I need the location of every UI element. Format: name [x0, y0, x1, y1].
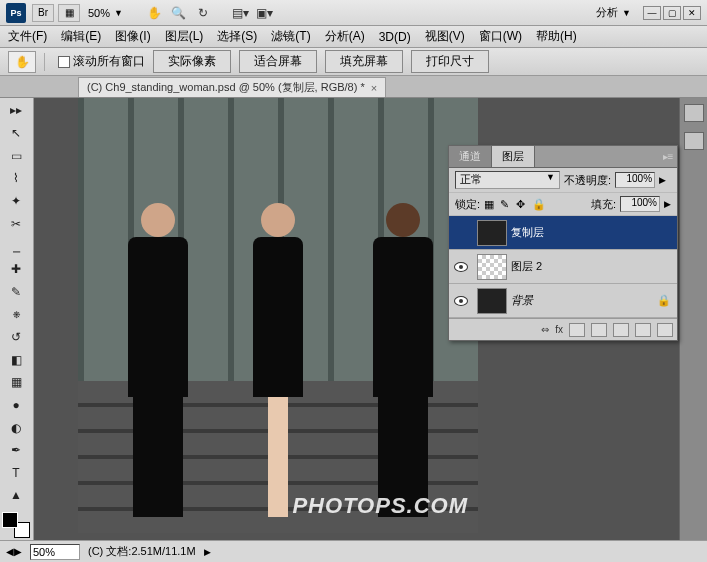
status-arrows[interactable]: ◀▶ [6, 546, 22, 557]
stamp-tool[interactable]: ⎈ [2, 304, 30, 325]
layer-thumbnail[interactable] [477, 254, 507, 280]
brush-tool[interactable]: ✎ [2, 281, 30, 302]
titlebar: Ps Br ▦ 50%▼ ✋ 🔍 ↻ ▤▾ ▣▾ 分析▼ — ▢ ✕ [0, 0, 707, 26]
fg-color-swatch[interactable] [2, 512, 18, 528]
doc-info-dropdown-icon[interactable]: ▶ [204, 547, 211, 557]
print-size-button[interactable]: 打印尺寸 [411, 50, 489, 73]
menu-edit[interactable]: 编辑(E) [61, 28, 101, 45]
menu-3d[interactable]: 3D(D) [379, 30, 411, 44]
eye-icon [454, 296, 468, 306]
type-tool[interactable]: T [2, 463, 30, 484]
dock-histogram-icon[interactable] [684, 104, 704, 122]
arrange-docs-icon[interactable]: ▤▾ [232, 4, 250, 22]
layer-row[interactable]: 复制层 [449, 216, 677, 250]
hand-tool-icon[interactable]: ✋ [146, 4, 164, 22]
menu-layer[interactable]: 图层(L) [165, 28, 204, 45]
close-button[interactable]: ✕ [683, 6, 701, 20]
workspace-switcher[interactable]: 分析 [592, 5, 622, 20]
panel-menu-icon[interactable]: ▸≡ [659, 146, 677, 167]
blend-mode-select[interactable]: 正常 ▼ [455, 171, 560, 189]
document-tab-title: (C) Ch9_standing_woman.psd @ 50% (复制层, R… [87, 80, 365, 95]
right-dock [679, 98, 707, 540]
layer-name[interactable]: 背景 [511, 293, 533, 308]
add-mask-icon[interactable] [569, 323, 585, 337]
menubar: 文件(F) 编辑(E) 图像(I) 图层(L) 选择(S) 滤镜(T) 分析(A… [0, 26, 707, 48]
fill-screen-button[interactable]: 填充屏幕 [325, 50, 403, 73]
layer-name[interactable]: 图层 2 [511, 259, 542, 274]
dodge-tool[interactable]: ◐ [2, 417, 30, 438]
layer-name[interactable]: 复制层 [511, 225, 544, 240]
link-layers-icon[interactable]: ⇔ [541, 324, 549, 335]
document-tab[interactable]: (C) Ch9_standing_woman.psd @ 50% (复制层, R… [78, 77, 386, 97]
move-tool[interactable]: ↖ [2, 123, 30, 144]
lock-transparency-icon[interactable]: ▦ [484, 198, 496, 210]
layer-row[interactable]: 背景 🔒 [449, 284, 677, 318]
blur-tool[interactable]: ● [2, 395, 30, 416]
visibility-toggle[interactable] [449, 296, 473, 306]
visibility-toggle[interactable] [449, 262, 473, 272]
pen-tool[interactable]: ✒ [2, 440, 30, 461]
eraser-tool[interactable]: ◧ [2, 349, 30, 370]
dock-image-icon[interactable] [684, 132, 704, 150]
eyedropper-tool[interactable]: ⎯ [2, 236, 30, 257]
tab-channels[interactable]: 通道 [449, 146, 492, 167]
zoom-input[interactable] [30, 544, 80, 560]
minimize-button[interactable]: — [643, 6, 661, 20]
menu-window[interactable]: 窗口(W) [479, 28, 522, 45]
path-select-tool[interactable]: ▲ [2, 485, 30, 506]
layers-panel[interactable]: 通道 图层 ▸≡ 正常 ▼ 不透明度: 100% ▶ 锁定: ▦ ✎ ✥ 🔒 填… [448, 145, 678, 341]
actual-pixels-button[interactable]: 实际像素 [153, 50, 231, 73]
adjustment-layer-icon[interactable] [591, 323, 607, 337]
crop-tool[interactable]: ✂ [2, 213, 30, 234]
screen-mode-icon[interactable]: ▣▾ [256, 4, 274, 22]
doc-info[interactable]: (C) 文档:2.51M/11.1M [88, 544, 196, 559]
gradient-tool[interactable]: ▦ [2, 372, 30, 393]
maximize-button[interactable]: ▢ [663, 6, 681, 20]
menu-view[interactable]: 视图(V) [425, 28, 465, 45]
opacity-label: 不透明度: [564, 173, 611, 188]
document-canvas[interactable]: PHOTOPS.COM [78, 98, 478, 533]
zoom-dropdown-icon[interactable]: ▼ [114, 8, 123, 18]
current-tool-icon[interactable]: ✋ [8, 51, 36, 73]
app-icon[interactable]: Ps [6, 3, 26, 23]
menu-file[interactable]: 文件(F) [8, 28, 47, 45]
delete-layer-icon[interactable] [657, 323, 673, 337]
watermark: PHOTOPS.COM [292, 493, 468, 519]
scroll-all-checkbox[interactable]: 滚动所有窗口 [58, 53, 145, 70]
zoom-display[interactable]: 50% [88, 7, 110, 19]
lock-pixels-icon[interactable]: ✎ [500, 198, 512, 210]
magic-wand-tool[interactable]: ✦ [2, 191, 30, 212]
lasso-tool[interactable]: ⌇ [2, 168, 30, 189]
history-brush-tool[interactable]: ↺ [2, 327, 30, 348]
fx-icon[interactable]: fx [555, 324, 563, 335]
lock-position-icon[interactable]: ✥ [516, 198, 528, 210]
menu-filter[interactable]: 滤镜(T) [271, 28, 310, 45]
new-layer-icon[interactable] [635, 323, 651, 337]
close-tab-icon[interactable]: × [371, 82, 377, 94]
menu-select[interactable]: 选择(S) [217, 28, 257, 45]
opacity-slider-icon[interactable]: ▶ [659, 175, 666, 185]
new-group-icon[interactable] [613, 323, 629, 337]
menu-help[interactable]: 帮助(H) [536, 28, 577, 45]
workspace-dropdown-icon[interactable]: ▼ [622, 8, 631, 18]
healing-brush-tool[interactable]: ✚ [2, 259, 30, 280]
bridge-button[interactable]: Br [32, 4, 54, 22]
opacity-input[interactable]: 100% [615, 172, 655, 188]
layer-row[interactable]: 图层 2 [449, 250, 677, 284]
tab-layers[interactable]: 图层 [492, 146, 535, 167]
layer-thumbnail[interactable] [477, 288, 507, 314]
fill-slider-icon[interactable]: ▶ [664, 199, 671, 209]
fill-input[interactable]: 100% [620, 196, 660, 212]
history-brush-icon[interactable]: ▦ [58, 4, 80, 22]
handle-icon[interactable]: ▸▸ [2, 100, 30, 121]
lock-all-icon[interactable]: 🔒 [532, 198, 544, 210]
marquee-tool[interactable]: ▭ [2, 145, 30, 166]
rotate-view-icon[interactable]: ↻ [194, 4, 212, 22]
menu-image[interactable]: 图像(I) [115, 28, 150, 45]
fg-bg-color[interactable] [2, 512, 30, 538]
fit-screen-button[interactable]: 适合屏幕 [239, 50, 317, 73]
fill-label: 填充: [591, 197, 616, 212]
menu-analysis[interactable]: 分析(A) [325, 28, 365, 45]
zoom-tool-icon[interactable]: 🔍 [170, 4, 188, 22]
layer-thumbnail[interactable] [477, 220, 507, 246]
